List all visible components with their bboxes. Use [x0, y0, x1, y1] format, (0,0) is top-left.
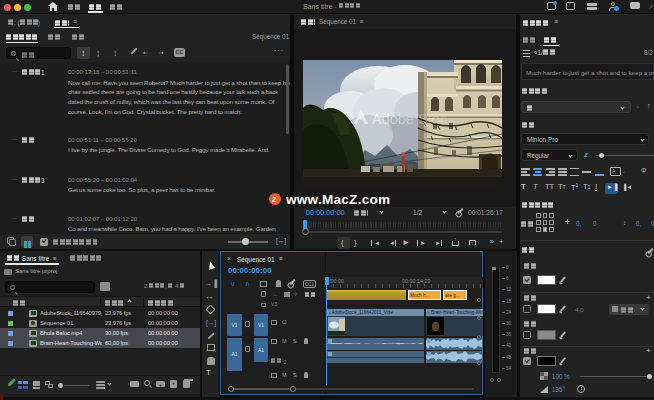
svg-text:Adobe Stoc: Adobe Stoc — [372, 111, 447, 127]
